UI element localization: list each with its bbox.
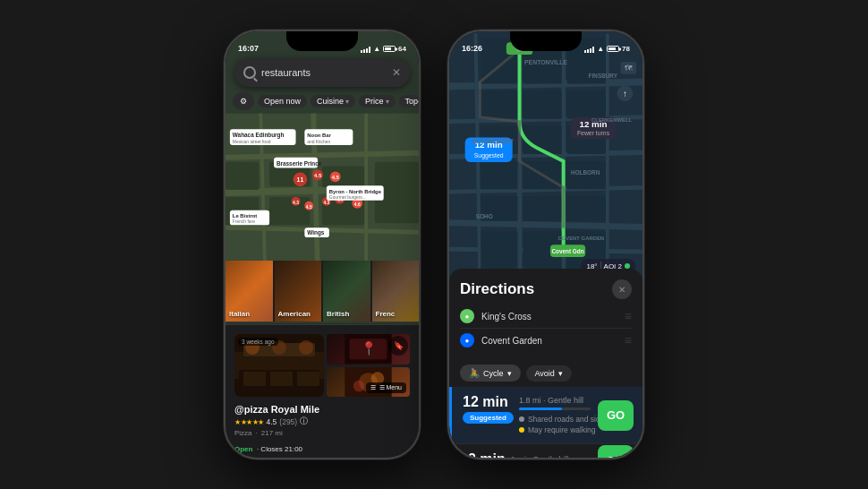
route-option-1[interactable]: 12 min Suggested 1.8 mi · Gentle hill bbox=[449, 387, 642, 444]
svg-rect-53 bbox=[243, 372, 266, 386]
stop-name-to: Covent Garden bbox=[481, 336, 617, 346]
svg-text:French fare: French fare bbox=[233, 219, 255, 224]
suggested-badge: Suggested bbox=[463, 412, 514, 424]
avoid-option-button[interactable]: Avoid ▾ bbox=[526, 365, 572, 382]
menu-icon: ☰ bbox=[370, 384, 376, 391]
phone-1: 16:07 ▲ 64 res bbox=[224, 30, 421, 459]
route-stop-from: ● King's Cross ≡ bbox=[460, 305, 632, 329]
phone-1-screen: 16:07 ▲ 64 res bbox=[226, 31, 419, 458]
go-button-2[interactable]: GO bbox=[598, 445, 634, 458]
stop-menu-to[interactable]: ≡ bbox=[625, 333, 632, 347]
svg-text:Byron - North Bridge: Byron - North Bridge bbox=[329, 189, 382, 194]
distance-label: 217 mi bbox=[261, 429, 283, 437]
search-bar[interactable]: restaurants ✕ bbox=[234, 58, 410, 87]
svg-rect-87 bbox=[523, 196, 561, 220]
status-icons-1: ▲ 64 bbox=[361, 45, 406, 53]
svg-text:Fewer turns: Fewer turns bbox=[577, 130, 610, 136]
map-svg-1: 11 4.5 4.5 4.3 4.5 4.3 4.4 4.6 bbox=[226, 112, 419, 273]
svg-rect-55 bbox=[297, 372, 319, 386]
svg-text:COVENT GARDEN: COVENT GARDEN bbox=[557, 236, 604, 241]
svg-text:Mexican street food: Mexican street food bbox=[233, 140, 271, 144]
section-divider bbox=[226, 323, 419, 324]
bookmark-button[interactable]: 🔖 bbox=[388, 336, 408, 356]
svg-text:Noon Bar: Noon Bar bbox=[307, 133, 331, 138]
wifi-icon-2: ▲ bbox=[597, 45, 604, 53]
svg-rect-9 bbox=[322, 167, 364, 188]
category-italian[interactable]: Italian bbox=[226, 261, 273, 322]
map-area-2[interactable]: 🚲 Covent Gdn 12 min Suggested 12 min Few… bbox=[449, 31, 642, 282]
close-directions-button[interactable]: ✕ bbox=[612, 279, 632, 299]
svg-text:4.5: 4.5 bbox=[314, 173, 322, 178]
map-area-1[interactable]: 11 4.5 4.5 4.3 4.5 4.3 4.4 4.6 bbox=[226, 112, 419, 273]
restaurant-photos: 3 weeks ago bbox=[234, 334, 410, 397]
category-british[interactable]: British bbox=[323, 261, 370, 322]
svg-text:11: 11 bbox=[297, 176, 304, 183]
open-status: Open bbox=[234, 445, 252, 453]
phone-2-notch bbox=[510, 31, 582, 51]
battery-icon-2 bbox=[607, 46, 619, 52]
stop-menu-from[interactable]: ≡ bbox=[625, 309, 632, 323]
search-clear-button[interactable]: ✕ bbox=[392, 66, 401, 79]
wifi-icon-1: ▲ bbox=[373, 45, 380, 53]
svg-text:PENTONVILLE: PENTONVILLE bbox=[524, 59, 567, 65]
svg-point-61 bbox=[353, 380, 365, 391]
svg-text:Gourmet burgers...: Gourmet burgers... bbox=[329, 195, 366, 200]
cuisine-filter[interactable]: Cuisine ▾ bbox=[311, 95, 355, 107]
cuisine-label: Pizza bbox=[234, 429, 252, 437]
info-icon: ⓘ bbox=[300, 416, 308, 427]
svg-text:SOHO: SOHO bbox=[476, 213, 493, 219]
battery-pct-2: 78 bbox=[622, 45, 630, 53]
review-count: (295) bbox=[279, 417, 297, 426]
menu-badge[interactable]: ☰ ☰ Menu bbox=[366, 382, 406, 393]
svg-text:Wahaca Edinburgh: Wahaca Edinburgh bbox=[233, 132, 285, 139]
rating-value: 4.5 bbox=[267, 417, 277, 426]
category-american-label: American bbox=[278, 310, 311, 318]
top-rated-filter[interactable]: Top-ra bbox=[399, 95, 419, 107]
route-option-2[interactable]: 12 min 1 mi · Gentle hill GO bbox=[449, 444, 642, 458]
restaurant-name: @pizza Royal Mile bbox=[234, 404, 410, 415]
price-filter[interactable]: Price ▾ bbox=[359, 95, 396, 107]
svg-text:Le Bistrot: Le Bistrot bbox=[233, 213, 257, 219]
route-stops: ● King's Cross ≡ ● Covent Garden ≡ bbox=[449, 305, 642, 352]
category-italian-label: Italian bbox=[229, 310, 250, 318]
category-row: Italian American British Frenc bbox=[226, 261, 419, 322]
svg-text:Brasserie Prince: Brasserie Prince bbox=[277, 160, 322, 167]
restaurant-photo-main: 3 weeks ago bbox=[234, 334, 324, 397]
svg-text:FINSBURY: FINSBURY bbox=[589, 73, 618, 79]
svg-rect-11 bbox=[269, 197, 310, 225]
cycle-transport-button[interactable]: 🚴 Cycle ▾ bbox=[460, 365, 521, 382]
svg-text:Suggested: Suggested bbox=[474, 152, 504, 159]
transport-row: 🚴 Cycle ▾ Avoid ▾ bbox=[449, 359, 642, 387]
filter-settings-button[interactable]: ⚙ bbox=[233, 92, 254, 110]
signal-icon-2 bbox=[584, 46, 594, 53]
search-input[interactable]: restaurants bbox=[261, 67, 392, 78]
go-button[interactable]: GO bbox=[598, 400, 634, 431]
phone-2-screen: 16:26 ▲ 78 bbox=[449, 31, 642, 458]
photo-timestamp: 3 weeks ago bbox=[238, 338, 278, 346]
filter-bar: ⚙ Open now Cuisine ▾ Price ▾ Top-ra bbox=[233, 92, 412, 110]
svg-rect-79 bbox=[567, 90, 606, 118]
svg-point-51 bbox=[299, 340, 313, 355]
directions-header: Directions ✕ bbox=[449, 269, 642, 305]
svg-text:↑: ↑ bbox=[623, 89, 627, 99]
stop-icon-from: ● bbox=[460, 309, 474, 323]
battery-icon-1 bbox=[383, 46, 396, 52]
category-british-label: British bbox=[327, 310, 349, 318]
route-stop-to: ● Covent Garden ≡ bbox=[460, 329, 632, 352]
svg-rect-88 bbox=[567, 196, 606, 220]
route-1-progress bbox=[519, 408, 591, 410]
route-2-time: 12 min bbox=[460, 451, 506, 458]
signal-icon-1 bbox=[361, 46, 370, 53]
restaurant-info-row: Pizza · 217 mi bbox=[234, 429, 410, 437]
phone-2: 16:26 ▲ 78 bbox=[447, 30, 644, 459]
restaurant-card: 3 weeks ago bbox=[226, 325, 419, 458]
category-american[interactable]: American bbox=[275, 261, 322, 322]
svg-text:🗺: 🗺 bbox=[625, 64, 633, 73]
open-now-filter[interactable]: Open now bbox=[258, 95, 307, 107]
time-2: 16:26 bbox=[462, 44, 482, 53]
route-1-time: 12 min bbox=[463, 394, 514, 410]
svg-text:HOLBORN: HOLBORN bbox=[571, 169, 600, 176]
hours-row: Open · Closes 21:00 bbox=[234, 439, 410, 455]
svg-text:4.5: 4.5 bbox=[306, 205, 312, 210]
category-french[interactable]: Frenc bbox=[372, 261, 420, 322]
